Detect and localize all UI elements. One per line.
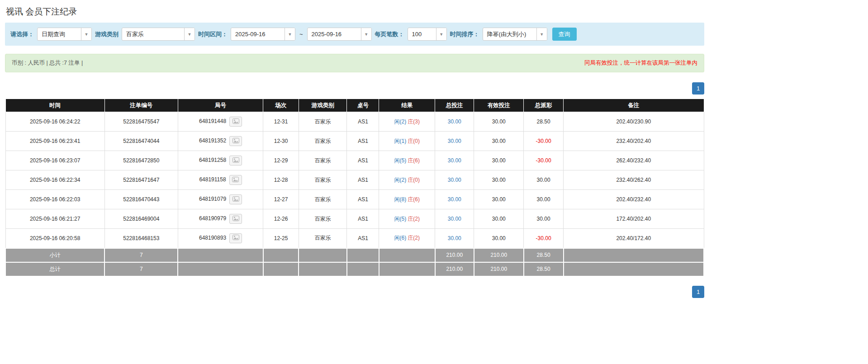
header-table-no: 桌号: [347, 99, 379, 112]
replay-button[interactable]: [229, 194, 242, 204]
replay-button[interactable]: [229, 214, 242, 224]
cell-bet-id: 522816468153: [104, 229, 178, 248]
total-payout: 28.50: [524, 262, 564, 276]
subtotal-payout: 28.50: [524, 248, 564, 262]
total-label: 总计: [5, 262, 104, 276]
video-icon: [232, 177, 239, 184]
cell-table-no: AS1: [347, 151, 379, 170]
cell-round: 648191079: [178, 190, 263, 209]
result-player: 闲(1): [394, 138, 407, 144]
total-bet-link[interactable]: 30.00: [448, 138, 461, 144]
subtotal-label: 小计: [5, 248, 104, 262]
cell-result: 闲(5)庄(6): [379, 151, 435, 170]
page-1-button[interactable]: 1: [692, 286, 704, 298]
cell-valid-bet: 30.00: [474, 209, 524, 229]
date-to-select[interactable]: 2025-09-16 ▼: [307, 28, 372, 41]
cell-bet-id: 522816470443: [104, 190, 178, 209]
sort-value: 降幂(由大到小): [483, 28, 536, 40]
table-row: 2025-09-16 06:23:07 522816472850 6481912…: [5, 151, 704, 170]
total-bet-link[interactable]: 30.00: [448, 118, 461, 125]
chevron-down-icon[interactable]: ▼: [536, 28, 547, 40]
header-time: 时间: [5, 99, 104, 112]
cell-time: 2025-09-16 06:20:58: [5, 229, 104, 248]
cell-round: 648191258: [178, 151, 263, 170]
per-page-select[interactable]: 100 ▼: [408, 28, 447, 41]
total-bet-link[interactable]: 30.00: [448, 235, 461, 241]
table-row: 2025-09-16 06:20:58 522816468153 6481908…: [5, 229, 704, 248]
sort-select[interactable]: 降幂(由大到小) ▼: [483, 28, 547, 41]
replay-button[interactable]: [229, 233, 242, 243]
cell-total-bet: 30.00: [435, 229, 474, 248]
replay-button[interactable]: [229, 136, 242, 146]
header-result: 结果: [379, 99, 435, 112]
cell-time: 2025-09-16 06:21:27: [5, 209, 104, 229]
cell-round: 648191158: [178, 170, 263, 190]
result-banker: 庄(0): [408, 138, 420, 144]
cell-session: 12-26: [263, 209, 299, 229]
cell-valid-bet: 30.00: [474, 132, 524, 151]
cell-result: 闲(8)庄(6): [379, 190, 435, 209]
cell-result: 闲(2)庄(3): [379, 112, 435, 132]
search-button[interactable]: 查询: [552, 28, 577, 41]
game-type-select[interactable]: 百家乐 ▼: [122, 28, 195, 41]
pagination-top: 1: [5, 82, 704, 95]
total-row: 总计 7 210.00 210.00 28.50: [5, 262, 704, 276]
cell-note: 202.40/172.40: [564, 229, 704, 248]
cell-session: 12-25: [263, 229, 299, 248]
pagination-bottom: 1: [5, 286, 704, 298]
payout-value: 28.50: [537, 118, 550, 125]
cell-round: 648191448: [178, 112, 263, 132]
date-from-select[interactable]: 2025-09-16 ▼: [231, 28, 295, 41]
cell-bet-id: 522816472850: [104, 151, 178, 170]
result-player: 闲(2): [394, 118, 407, 125]
result-banker: 庄(2): [408, 235, 420, 241]
cell-bet-id: 522816471647: [104, 170, 178, 190]
cell-payout: -30.00: [524, 132, 564, 151]
header-total-bet: 总投注: [435, 99, 474, 112]
total-bet-link[interactable]: 30.00: [448, 196, 461, 203]
video-icon: [232, 235, 239, 241]
summary-notice: 同局有效投注，统一计算在该局第一张注单内: [584, 59, 697, 67]
replay-button[interactable]: [229, 175, 242, 185]
cell-bet-id: 522816475547: [104, 112, 178, 132]
header-note: 备注: [564, 99, 704, 112]
payout-value: -30.00: [536, 157, 551, 164]
subtotal-count: 7: [104, 248, 178, 262]
chevron-down-icon[interactable]: ▼: [184, 28, 194, 40]
cell-time: 2025-09-16 06:23:41: [5, 132, 104, 151]
cell-valid-bet: 30.00: [474, 151, 524, 170]
filter-bar: 请选择： 日期查询 ▼ 游戏类别 百家乐 ▼ 时间区间： 2025-09-16 …: [5, 23, 704, 46]
subtotal-row: 小计 7 210.00 210.00 28.50: [5, 248, 704, 262]
cell-session: 12-29: [263, 151, 299, 170]
total-valid-bet: 210.00: [474, 262, 524, 276]
game-type-value: 百家乐: [122, 28, 184, 40]
replay-button[interactable]: [229, 117, 242, 127]
chevron-down-icon[interactable]: ▼: [81, 28, 91, 40]
header-session: 场次: [263, 99, 299, 112]
cell-note: 262.40/232.40: [564, 151, 704, 170]
result-player: 闲(6): [394, 235, 407, 241]
sort-label: 时间排序：: [450, 30, 479, 38]
result-player: 闲(8): [394, 196, 407, 203]
cell-total-bet: 30.00: [435, 132, 474, 151]
chevron-down-icon[interactable]: ▼: [436, 28, 446, 40]
result-banker: 庄(2): [408, 216, 420, 222]
cell-total-bet: 30.00: [435, 112, 474, 132]
chevron-down-icon[interactable]: ▼: [361, 28, 371, 40]
result-banker: 庄(0): [408, 177, 420, 183]
date-type-select[interactable]: 日期查询 ▼: [37, 28, 92, 41]
replay-button[interactable]: [229, 156, 242, 165]
total-bet-link[interactable]: 30.00: [448, 157, 461, 164]
date-to-value: 2025-09-16: [308, 28, 361, 40]
header-valid-bet: 有效投注: [474, 99, 524, 112]
cell-note: 202.40/232.40: [564, 190, 704, 209]
page-title: 视讯 会员下注纪录: [6, 6, 704, 18]
total-bet-link[interactable]: 30.00: [448, 216, 461, 222]
page-1-button[interactable]: 1: [692, 82, 704, 95]
cell-table-no: AS1: [347, 209, 379, 229]
total-total-bet: 210.00: [435, 262, 474, 276]
total-bet-link[interactable]: 30.00: [448, 177, 461, 183]
cell-game-type: 百家乐: [299, 229, 347, 248]
chevron-down-icon[interactable]: ▼: [285, 28, 295, 40]
payout-value: 30.00: [537, 216, 550, 222]
